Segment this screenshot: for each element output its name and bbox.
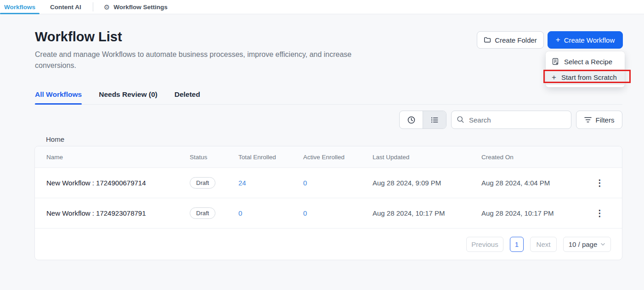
row-actions-menu-icon[interactable]: ⋮ [595,178,604,187]
last-updated-value: Aug 28 2024, 9:09 PM [373,179,481,187]
create-folder-label: Create Folder [495,36,537,44]
menu-item-select-a-recipe[interactable]: Select a Recipe [546,54,625,69]
history-view-button[interactable] [400,111,423,128]
last-updated-value: Aug 28 2024, 10:17 PM [373,209,481,217]
column-header-status: Status [190,154,238,161]
page-subtitle: Create and manage Workflows to automate … [35,49,373,71]
gear-icon: ⚙ [104,4,110,11]
status-badge: Draft [190,177,215,189]
total-enrolled-link[interactable]: 0 [238,209,242,217]
tab-deleted[interactable]: Deleted [175,90,200,105]
created-on-value: Aug 28 2024, 10:17 PM [481,209,595,217]
table-header: Name Status Total Enrolled Active Enroll… [35,146,622,168]
plus-icon: + [552,73,556,81]
previous-page-button[interactable]: Previous [466,237,503,252]
column-header-name: Name [46,154,190,161]
filters-button[interactable]: Filters [576,111,622,129]
active-enrolled-link[interactable]: 0 [303,179,307,187]
search-box [451,111,571,129]
column-header-created-on: Created On [481,154,595,161]
breadcrumb[interactable]: Home [46,135,64,143]
page-title: Workflow List [35,29,122,45]
page-size-label: 10 / page [569,240,598,248]
list-view-button[interactable] [423,111,446,128]
folder-icon [484,36,491,44]
nav-item-workflows-label: Workflows [4,4,35,11]
page-size-select[interactable]: 10 / page [563,237,611,252]
list-icon [430,116,439,124]
nav-item-content-ai[interactable]: Content AI [46,0,85,14]
create-folder-button[interactable]: Create Folder [477,31,544,49]
table-row: New Workflow : 1724900679714 Draft 24 0 … [35,168,622,198]
filter-icon [584,117,592,123]
menu-item-start-from-scratch-label: Start from Scratch [561,73,617,81]
menu-item-select-a-recipe-label: Select a Recipe [564,58,612,66]
column-header-last-updated: Last Updated [373,154,481,161]
nav-item-workflows[interactable]: Workflows [0,0,40,14]
status-badge: Draft [190,207,215,219]
nav-item-workflow-settings-label: Workflow Settings [113,4,168,11]
clock-icon [407,116,416,124]
filters-label: Filters [596,116,615,124]
nav-item-content-ai-label: Content AI [50,4,81,11]
column-header-active-enrolled: Active Enrolled [303,154,373,161]
workflow-tabs: All Workflows Needs Review (0) Deleted [35,90,200,105]
create-workflow-button[interactable]: + Create Workflow [548,31,623,49]
row-actions-menu-icon[interactable]: ⋮ [595,209,604,218]
workflow-name-link[interactable]: New Workflow : 1724900679714 [46,179,190,187]
create-workflow-label: Create Workflow [564,36,615,44]
search-input[interactable] [451,111,571,129]
top-nav: Workflows Content AI ⚙ Workflow Settings [0,0,644,14]
nav-divider [93,2,93,11]
tab-needs-review[interactable]: Needs Review (0) [99,90,158,105]
chevron-down-icon [600,243,605,246]
page-number-button[interactable]: 1 [510,237,524,252]
next-page-button[interactable]: Next [530,237,557,252]
workflow-name-link[interactable]: New Workflow : 1724923078791 [46,209,190,217]
menu-item-start-from-scratch[interactable]: + Start from Scratch [546,69,625,85]
create-workflow-menu: Select a Recipe + Start from Scratch [546,51,625,87]
workflow-table: Name Status Total Enrolled Active Enroll… [34,146,622,260]
column-header-total-enrolled: Total Enrolled [238,154,303,161]
plus-icon: + [556,36,560,44]
total-enrolled-link[interactable]: 24 [238,179,246,187]
created-on-value: Aug 28 2024, 4:04 PM [481,179,595,187]
view-toggle [399,111,446,129]
toolbar: Filters [399,111,622,129]
recipe-icon [552,58,559,65]
pagination: Previous 1 Next 10 / page [35,229,622,260]
nav-item-workflow-settings[interactable]: ⚙ Workflow Settings [100,0,172,14]
tab-all-workflows[interactable]: All Workflows [35,90,82,105]
table-row: New Workflow : 1724923078791 Draft 0 0 A… [35,198,622,229]
active-enrolled-link[interactable]: 0 [303,209,307,217]
